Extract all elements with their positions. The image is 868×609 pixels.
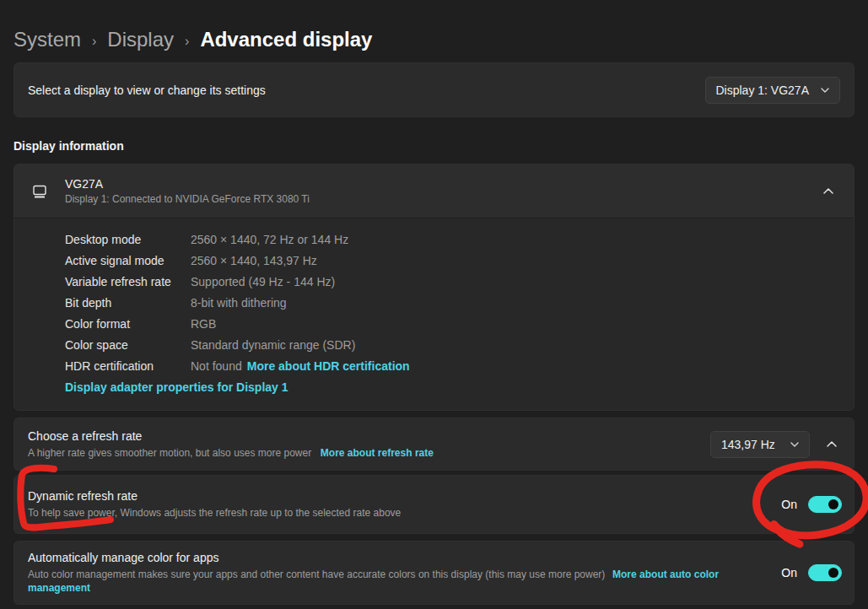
display-adapter-properties-link[interactable]: Display adapter properties for Display 1 xyxy=(65,380,288,394)
dynamic-refresh-rate-title: Dynamic refresh rate xyxy=(28,489,761,503)
display-selector-value: Display 1: VG27A xyxy=(716,84,810,97)
toggle-knob xyxy=(828,568,838,578)
refresh-rate-dropdown[interactable]: 143,97 Hz xyxy=(710,431,810,458)
breadcrumb-system[interactable]: System xyxy=(13,28,81,51)
refresh-rate-value: 143,97 Hz xyxy=(721,438,779,451)
dynamic-refresh-rate-subtitle: To help save power, Windows adjusts the … xyxy=(28,506,761,520)
detail-label: Active signal mode xyxy=(65,254,191,267)
adapter-properties-row: Display adapter properties for Display 1 xyxy=(65,376,840,398)
chevron-down-icon xyxy=(790,442,799,447)
auto-color-toggle-state: On xyxy=(781,566,797,579)
hdr-certification-link[interactable]: More about HDR certification xyxy=(247,359,410,373)
display-selector-card: Select a display to view or change its s… xyxy=(13,62,855,117)
advanced-display-settings-page: System › Display › Advanced display Sele… xyxy=(0,0,868,609)
detail-label: Color format xyxy=(65,317,191,331)
monitor-connection-info: Display 1: Connected to NVIDIA GeForce R… xyxy=(65,193,818,205)
detail-row-color-format: Color format RGB xyxy=(65,313,840,334)
auto-color-title: Automatically manage color for apps xyxy=(28,551,750,564)
detail-value: Not found xyxy=(191,359,242,373)
dynamic-refresh-rate-toggle-state: On xyxy=(781,498,797,511)
more-about-refresh-rate-link[interactable]: More about refresh rate xyxy=(321,447,434,459)
auto-color-subtitle: Auto color management makes sure your ap… xyxy=(28,569,605,580)
refresh-rate-card: Choose a refresh rate A higher rate give… xyxy=(13,418,855,471)
detail-value: Supported (49 Hz - 144 Hz) xyxy=(191,275,335,288)
detail-value: 2560 × 1440, 72 Hz or 144 Hz xyxy=(191,233,348,246)
display-selector-dropdown[interactable]: Display 1: VG27A xyxy=(705,77,841,104)
monitor-name: VG27A xyxy=(65,177,818,191)
breadcrumb-display[interactable]: Display xyxy=(107,28,174,51)
refresh-rate-subtitle: A higher rate gives smoother motion, but… xyxy=(28,447,311,459)
detail-label: Bit depth xyxy=(65,296,191,310)
chevron-up-icon xyxy=(823,188,833,194)
display-selector-label: Select a display to view or change its s… xyxy=(28,84,266,97)
detail-value: Standard dynamic range (SDR) xyxy=(191,338,355,352)
breadcrumb-separator-icon: › xyxy=(92,31,96,49)
page-title: Advanced display xyxy=(200,28,372,51)
collapse-refresh-rate-button[interactable] xyxy=(822,436,842,452)
breadcrumb-separator-icon: › xyxy=(185,31,189,49)
breadcrumb: System › Display › Advanced display xyxy=(0,0,868,62)
detail-label: HDR certification xyxy=(65,359,191,373)
chevron-down-icon xyxy=(821,88,829,93)
detail-row-color-space: Color space Standard dynamic range (SDR) xyxy=(65,334,840,355)
dynamic-refresh-rate-toggle[interactable] xyxy=(808,496,842,513)
collapse-display-info-button[interactable] xyxy=(818,183,838,199)
auto-color-toggle[interactable] xyxy=(808,564,842,581)
auto-color-card: Automatically manage color for apps Auto… xyxy=(13,541,855,605)
display-information-header[interactable]: VG27A Display 1: Connected to NVIDIA GeF… xyxy=(14,164,854,218)
detail-row-bit-depth: Bit depth 8-bit with dithering xyxy=(65,292,840,313)
toggle-knob xyxy=(828,499,838,509)
refresh-rate-title: Choose a refresh rate xyxy=(28,429,690,443)
detail-label: Desktop mode xyxy=(65,233,191,246)
detail-label: Color space xyxy=(65,338,191,352)
dynamic-refresh-rate-card: Dynamic refresh rate To help save power,… xyxy=(13,475,855,534)
detail-value: RGB xyxy=(191,317,216,331)
monitor-icon xyxy=(14,183,65,200)
display-information-card: VG27A Display 1: Connected to NVIDIA GeF… xyxy=(13,164,855,411)
detail-row-variable-refresh-rate: Variable refresh rate Supported (49 Hz -… xyxy=(65,271,840,292)
detail-row-active-signal-mode: Active signal mode 2560 × 1440, 143,97 H… xyxy=(65,250,840,271)
display-information-details: Desktop mode 2560 × 1440, 72 Hz or 144 H… xyxy=(14,218,854,410)
detail-label: Variable refresh rate xyxy=(65,275,191,288)
detail-value: 8-bit with dithering xyxy=(191,296,287,310)
detail-value: 2560 × 1440, 143,97 Hz xyxy=(191,254,317,267)
detail-row-hdr-certification: HDR certification Not found More about H… xyxy=(65,355,840,376)
section-title-display-information: Display information xyxy=(13,139,855,153)
detail-row-desktop-mode: Desktop mode 2560 × 1440, 72 Hz or 144 H… xyxy=(65,229,840,250)
chevron-up-icon xyxy=(827,441,837,447)
